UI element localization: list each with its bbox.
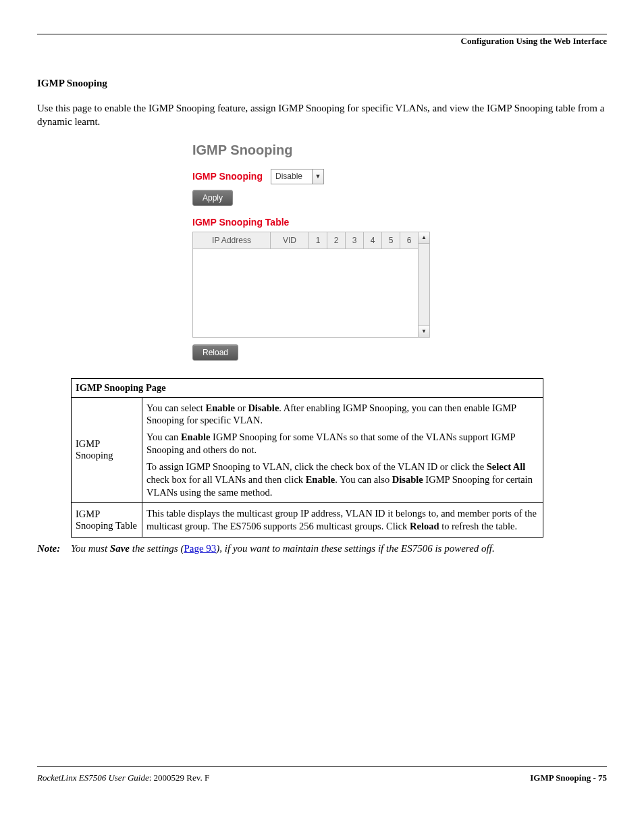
- footer-right: IGMP Snooping - 75: [530, 773, 607, 783]
- note-text: the settings (: [130, 543, 184, 554]
- footer-left: RocketLinx ES7506 User Guide: 2000529 Re…: [37, 773, 209, 783]
- footer-left-italic: RocketLinx ES7506 User Guide: [37, 773, 149, 783]
- igmp-snooping-setting-label: IGMP Snooping: [192, 171, 263, 182]
- note-save: Save: [110, 543, 130, 554]
- doc-table: IGMP Snooping Page IGMP Snooping You can…: [71, 378, 543, 538]
- row-label: IGMP Snooping Table: [72, 503, 142, 538]
- row-label: IGMP Snooping: [72, 397, 142, 503]
- apply-button[interactable]: Apply: [192, 190, 233, 206]
- scroll-up-icon[interactable]: ▲: [419, 232, 429, 244]
- chevron-down-icon: ▼: [312, 170, 323, 184]
- page-link[interactable]: Page 93: [184, 543, 216, 554]
- igmp-snooping-select-value: Disable: [271, 172, 312, 181]
- note-label: Note:: [37, 542, 71, 555]
- table-row: IGMP Snooping Table This table displays …: [72, 503, 543, 538]
- reload-button[interactable]: Reload: [192, 344, 238, 361]
- col-1: 1: [309, 232, 327, 249]
- note: Note: You must Save the settings (Page 9…: [37, 542, 607, 555]
- col-ip-address: IP Address: [193, 232, 271, 249]
- col-5: 5: [382, 232, 400, 249]
- row-desc: You can select Enable or Disable. After …: [142, 397, 543, 503]
- note-body: You must Save the settings (Page 93), if…: [71, 542, 607, 555]
- igmp-snooping-table: IP Address VID 1 2 3 4 5 6: [192, 232, 419, 338]
- note-text: You must: [71, 543, 110, 554]
- section-heading: IGMP Snooping: [37, 78, 607, 89]
- doc-table-title: IGMP Snooping Page: [72, 378, 543, 397]
- footer-left-plain: : 2000529 Rev. F: [149, 773, 209, 783]
- col-vid: VID: [271, 232, 309, 249]
- table-scrollbar[interactable]: ▲ ▼: [419, 232, 430, 338]
- page-footer: RocketLinx ES7506 User Guide: 2000529 Re…: [37, 766, 607, 783]
- igmp-snooping-select[interactable]: Disable ▼: [271, 169, 324, 184]
- col-3: 3: [346, 232, 364, 249]
- intro-paragraph: Use this page to enable the IGMP Snoopin…: [37, 101, 607, 129]
- page-header-right: Configuration Using the Web Interface: [37, 36, 607, 49]
- embedded-screenshot: IGMP Snooping IGMP Snooping Disable ▼ Ap…: [192, 142, 607, 361]
- col-6: 6: [400, 232, 419, 249]
- note-text: ), if you want to maintain these setting…: [216, 543, 494, 554]
- igmp-snooping-table-heading: IGMP Snooping Table: [192, 217, 607, 228]
- col-2: 2: [327, 232, 346, 249]
- table-row: IGMP Snooping You can select Enable or D…: [72, 397, 543, 503]
- table-body-empty: [193, 249, 419, 337]
- scroll-down-icon[interactable]: ▼: [419, 325, 429, 337]
- scroll-track[interactable]: [419, 244, 429, 325]
- screenshot-title: IGMP Snooping: [192, 142, 607, 158]
- col-4: 4: [364, 232, 382, 249]
- row-desc: This table displays the multicast group …: [142, 503, 543, 538]
